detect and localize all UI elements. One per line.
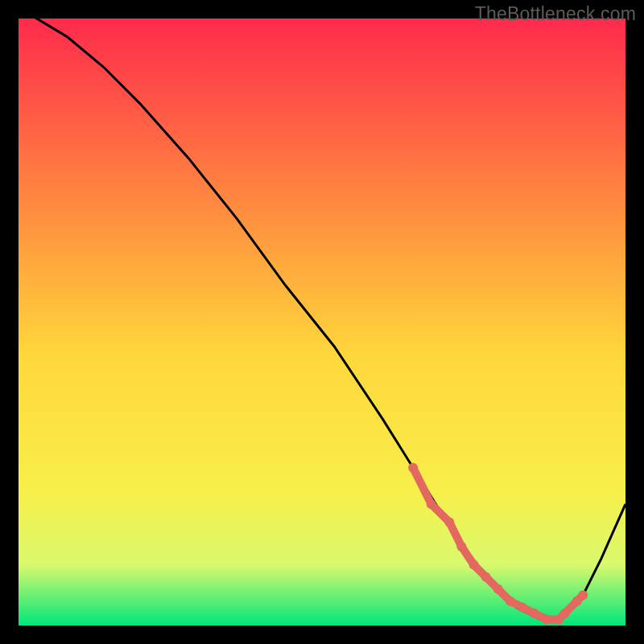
accent-marker [560, 609, 570, 618]
accent-marker [530, 609, 539, 618]
accent-marker [427, 499, 436, 509]
accent-marker [456, 542, 466, 551]
accent-marker [493, 584, 503, 594]
plot-area [19, 19, 625, 625]
accent-marker [542, 615, 551, 625]
accent-marker [518, 602, 527, 612]
chart-stage: TheBottleneck.com [0, 0, 644, 644]
accent-marker [578, 590, 588, 600]
accent-marker [506, 597, 515, 606]
accent-marker [444, 518, 454, 527]
accent-marker [408, 463, 418, 473]
gradient-background [19, 19, 625, 625]
accent-marker [469, 560, 479, 570]
watermark-text: TheBottleneck.com [475, 3, 636, 25]
accent-marker [481, 572, 491, 582]
chart-svg [19, 19, 625, 625]
